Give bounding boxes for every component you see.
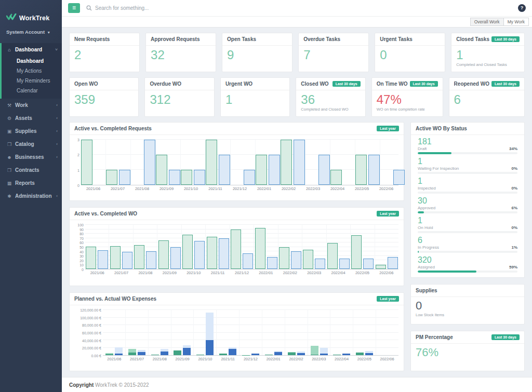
- sidebar-item-contracts[interactable]: ❐Contracts: [0, 164, 62, 177]
- search-input[interactable]: [95, 5, 209, 11]
- period-badge: Last 30 days: [491, 36, 520, 42]
- kpi-subtitle: Completed and Closed Tasks: [456, 62, 520, 67]
- status-label: On Hold: [418, 225, 433, 230]
- status-item-on-hold[interactable]: 1On Hold0%: [418, 216, 517, 233]
- kpi-card-open-wo[interactable]: Open WO359: [69, 77, 139, 117]
- period-badge: Last 30 days: [491, 334, 520, 340]
- status-label: In Progress: [418, 245, 439, 250]
- status-value: 181: [418, 137, 517, 146]
- kpi-card-urgent-tasks[interactable]: Urgent Tasks0: [375, 33, 445, 72]
- blue-dark-segment: [342, 354, 350, 355]
- my-work-button[interactable]: My Work: [504, 18, 529, 26]
- status-percent: 0%: [511, 166, 517, 171]
- sidebar-subitem-dashboard[interactable]: Dashboard: [2, 56, 62, 66]
- kpi-title: On Time WO: [377, 81, 408, 87]
- worktrek-logo[interactable]: WorkTrek: [0, 0, 62, 23]
- blue-bar: [388, 257, 398, 269]
- sidebar-item-administration[interactable]: ✱Administration‹: [0, 190, 62, 202]
- x-tick-label: 2021/09: [154, 186, 179, 191]
- cogs-icon: ⚙: [6, 116, 13, 121]
- blue-bar: [291, 251, 301, 269]
- green-bar: [182, 235, 193, 269]
- wo-bar-chart: 10090807060504030201002021/062021/072021…: [70, 220, 404, 276]
- sidebar-subitem-calendar[interactable]: Calendar: [2, 86, 62, 96]
- sidebar-subitem-my-reminders[interactable]: My Reminders: [2, 76, 62, 86]
- x-tick-label: 2021/11: [203, 186, 228, 191]
- y-tick-label: 80,000.00 €: [82, 323, 101, 327]
- sidebar-item-work[interactable]: ⚒Work‹: [0, 99, 62, 112]
- kpi-value: 32: [151, 48, 211, 62]
- actual-expenses-stack: [183, 310, 191, 355]
- blue-bar: [339, 259, 350, 269]
- kpi-card-closed-tasks[interactable]: Closed TasksLast 30 days1Completed and C…: [451, 33, 525, 72]
- green-dark-segment: [105, 354, 113, 355]
- kpi-title: Approved Requests: [151, 36, 200, 42]
- active-wo-status-panel: Active WO By Status 181Draft34%1Waiting …: [410, 122, 525, 278]
- x-tick-label: 2022/03: [301, 186, 325, 191]
- kpi-card-closed-wo[interactable]: Closed WOLast 30 days36Completed and Clo…: [296, 77, 365, 117]
- blue-bar: [243, 253, 253, 269]
- green-bar: [231, 229, 241, 269]
- sidebar-item-dashboard[interactable]: ⌂Dashboard˅: [2, 43, 62, 56]
- kpi-card-reopened-wo[interactable]: Reopened WOLast 30 days6: [449, 77, 525, 117]
- y-tick-label: 40,000.00 €: [82, 339, 101, 342]
- chart-title: Active vs. Completed Requests: [74, 126, 152, 131]
- sidebar-subitem-my-actions[interactable]: My Actions: [2, 66, 62, 76]
- bar-group-2021/07: [109, 225, 133, 269]
- x-tick-label: 2022/05: [353, 357, 376, 361]
- green-dark-segment: [151, 355, 159, 355]
- y-tick-label: 2: [77, 153, 79, 157]
- blue-bar: [393, 170, 405, 185]
- pm-percentage-panel[interactable]: PM Percentage Last 30 days 76%: [410, 331, 525, 371]
- bar-group-2022/04: [327, 225, 351, 269]
- bar-group-2022/03: [308, 310, 331, 355]
- sidebar: WorkTrek System Account ▾ ⌂Dashboard˅Das…: [0, 0, 62, 392]
- actual-expenses-stack: [161, 310, 168, 355]
- help-icon[interactable]: ?: [518, 4, 526, 12]
- panel-title: Active WO By Status: [416, 126, 467, 131]
- search-bar: [86, 4, 518, 13]
- status-item-in-progress[interactable]: 6In Progress1%: [418, 236, 517, 253]
- status-item-waiting-for-inspection[interactable]: 1Waiting For Inspection0%: [418, 157, 517, 174]
- sidebar-item-assets[interactable]: ⚙Assets‹: [0, 112, 62, 125]
- sidebar-item-catalog[interactable]: ❒Catalog‹: [0, 138, 62, 151]
- status-item-assigned[interactable]: 320Assigned59%: [418, 255, 517, 273]
- plot-area: [85, 225, 398, 269]
- y-tick-label: 60,000.00 €: [82, 331, 101, 335]
- status-item-approved[interactable]: 30Approved6%: [418, 196, 517, 213]
- status-item-draft[interactable]: 181Draft34%: [418, 137, 517, 154]
- kpi-card-urgent-wo[interactable]: Urgent WO1: [220, 77, 290, 117]
- blue-bar: [315, 259, 325, 269]
- account-switcher[interactable]: System Account ▾: [0, 23, 62, 35]
- supplies-panel[interactable]: Supplies 0 Low Stock Items: [410, 284, 525, 325]
- status-item-inspected[interactable]: 1Inspected0%: [418, 177, 517, 194]
- bar-group-2021/08: [134, 225, 157, 269]
- topbar: ≡ ?: [62, 0, 532, 17]
- status-label-row: Waiting For Inspection0%: [418, 166, 517, 171]
- overall-work-button[interactable]: Overall Work: [470, 18, 504, 26]
- kpi-card-overdue-wo[interactable]: Overdue WO312: [144, 77, 214, 117]
- kpi-card-new-requests[interactable]: New Requests2: [69, 33, 140, 72]
- bar-group-2022/05: [351, 225, 375, 269]
- kpi-card-open-tasks[interactable]: Open Tasks9: [222, 33, 292, 72]
- sidebar-item-businesses[interactable]: ☻Businesses‹: [0, 151, 62, 164]
- kpi-card-on-time-wo[interactable]: On Time WOLast 30 days47%WO on time comp…: [371, 77, 443, 117]
- sidebar-item-supplies[interactable]: ▣Supplies‹: [0, 125, 62, 138]
- sidebar-submenu: DashboardMy ActionsMy RemindersCalendar: [2, 56, 62, 99]
- chevron-left-icon: ‹: [56, 129, 58, 133]
- kpi-card-approved-requests[interactable]: Approved Requests32: [145, 33, 216, 72]
- menu-toggle-button[interactable]: ≡: [68, 3, 80, 13]
- kpi-card-head: New Requests: [70, 33, 139, 46]
- chart-card-requests: Active vs. Completed Requests Last year …: [69, 122, 404, 201]
- sidebar-item-reports[interactable]: ▦Reports: [0, 177, 62, 190]
- kpi-body: 36Completed and Closed WO: [296, 90, 365, 112]
- chart-area: 3210: [73, 140, 398, 185]
- x-tick-label: 2021/09: [157, 271, 181, 275]
- bar-group-2022/04: [330, 310, 353, 355]
- y-axis: 3210: [73, 140, 81, 185]
- bar-group-2022/02: [281, 140, 305, 185]
- sidebar-item-label: Catalog: [15, 141, 56, 147]
- kpi-card-overdue-tasks[interactable]: Overdue Tasks7: [298, 33, 369, 72]
- actual-expenses-stack: [251, 310, 259, 355]
- kpi-body: 2: [70, 46, 139, 62]
